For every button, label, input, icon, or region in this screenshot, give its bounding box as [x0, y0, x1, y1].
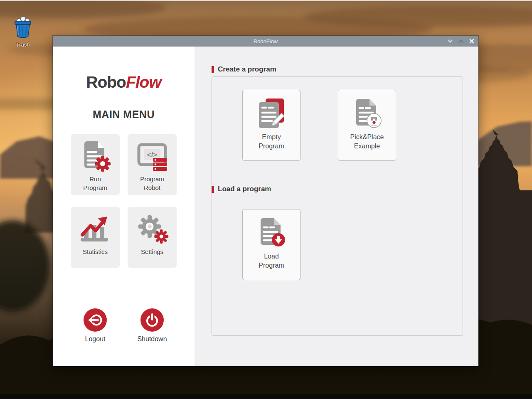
gears-icon	[135, 212, 169, 246]
trash-label: Trash	[9, 42, 37, 48]
document-gripper-icon	[350, 97, 384, 130]
menu-tile-run-program[interactable]: Run Program	[71, 134, 120, 195]
main-menu-heading: MAIN MENU	[53, 108, 195, 121]
section-accent-bar	[212, 66, 214, 73]
section-accent-bar	[212, 186, 214, 193]
code-monitor-icon: </>	[135, 140, 169, 173]
logo-flow: Flow	[126, 73, 161, 91]
document-pencil-icon	[255, 97, 288, 130]
window-close-button[interactable]	[468, 38, 475, 44]
card-empty-program[interactable]: Empty Program	[242, 90, 300, 161]
logout-icon	[87, 312, 103, 328]
card-load-program[interactable]: Load Program	[242, 209, 300, 280]
document-download-icon	[255, 216, 288, 249]
menu-tile-label: Statistics	[83, 247, 108, 256]
power-icon	[144, 312, 160, 328]
shutdown-button[interactable]: Shutdown	[128, 308, 177, 343]
main-content: Create a program	[195, 47, 478, 366]
app-logo: RoboFlow	[53, 73, 195, 91]
chevron-down-icon	[447, 39, 453, 44]
section-title: Create a program	[218, 65, 276, 74]
section-title: Load a program	[218, 185, 271, 193]
logout-button[interactable]: Logout	[71, 308, 120, 343]
window-unshade-button[interactable]	[458, 38, 464, 44]
menu-tile-label: Run Program	[83, 175, 107, 192]
document-gear-icon	[79, 140, 112, 173]
menu-tile-label: Program Robot	[140, 175, 164, 192]
roboflow-window: RoboFlow	[52, 35, 479, 366]
sidebar-actions: Logout Shutdown	[71, 308, 177, 343]
section-create-program: Create a program	[212, 65, 276, 74]
menu-tile-program-robot[interactable]: </> Program Robot	[128, 134, 177, 195]
card-label: Empty Program	[259, 133, 284, 151]
sidebar: RoboFlow MAIN MENU	[53, 47, 195, 366]
bar-chart-trend-icon	[79, 212, 112, 246]
card-pickplace-example[interactable]: Pick&Place Example	[338, 90, 396, 161]
menu-tile-settings[interactable]: Settings	[128, 207, 177, 268]
top-panel-edge	[0, 0, 532, 1]
desktop: Trash RoboFlow	[0, 0, 532, 399]
card-label: Pick&Place Example	[350, 133, 384, 151]
chevron-up-icon	[458, 39, 464, 44]
window-shade-button[interactable]	[447, 38, 453, 44]
shutdown-label: Shutdown	[137, 335, 167, 343]
trash-icon	[12, 15, 34, 39]
logo-robo: Robo	[86, 73, 126, 91]
close-icon	[469, 39, 474, 44]
logout-label: Logout	[85, 335, 106, 343]
section-load-program: Load a program	[212, 185, 271, 193]
menu-tile-grid: Run Program </>	[71, 134, 177, 268]
card-label: Load Program	[259, 252, 284, 270]
menu-tile-statistics[interactable]: Statistics	[71, 207, 120, 268]
code-glyph: </>	[147, 151, 158, 159]
window-title: RoboFlow	[53, 38, 478, 44]
window-titlebar[interactable]: RoboFlow	[53, 36, 478, 47]
menu-tile-label: Settings	[141, 247, 163, 256]
trash-desktop-icon[interactable]: Trash	[9, 15, 37, 48]
